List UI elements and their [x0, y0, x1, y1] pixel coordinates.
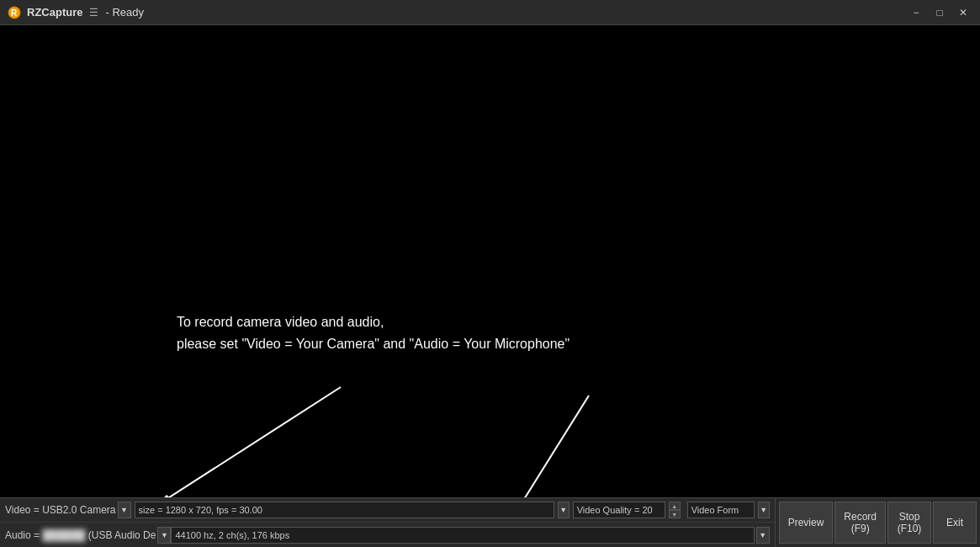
video-size-field[interactable] [135, 502, 554, 518]
action-buttons: Preview Record (F9) Stop (F10) Exit [776, 498, 980, 547]
video-quality-field[interactable] [573, 502, 665, 518]
maximize-button[interactable]: □ [930, 4, 950, 21]
svg-line-4 [522, 396, 589, 497]
menu-icon[interactable]: ☰ [89, 7, 98, 19]
stop-button[interactable]: Stop (F10) [887, 502, 931, 544]
app-name: RZCapture [27, 6, 82, 19]
audio-label: Audio = ██████ (USB Audio De [5, 529, 156, 541]
record-button[interactable]: Record (F9) [834, 502, 886, 544]
preview-button[interactable]: Preview [779, 502, 834, 544]
device-panel: Video = USB2.0 Camera ▼ ▼ ▲ ▼ ▼ Audio = … [0, 498, 776, 547]
bottom-bar: Video = USB2.0 Camera ▼ ▼ ▲ ▼ ▼ Audio = … [0, 497, 980, 547]
arrows-overlay [0, 25, 980, 497]
minimize-button[interactable]: − [906, 4, 926, 21]
quality-up-button[interactable]: ▲ [669, 502, 681, 510]
svg-marker-3 [156, 495, 177, 497]
audio-blurred: ██████ [42, 529, 85, 541]
svg-text:R: R [11, 8, 18, 18]
video-label: Video = USB2.0 Camera [5, 504, 116, 516]
format-dropdown-button[interactable]: ▼ [758, 502, 770, 518]
titlebar: R RZCapture ☰ - Ready − □ ✕ [0, 0, 980, 25]
window-controls: − □ ✕ [906, 4, 973, 21]
svg-line-2 [164, 387, 341, 497]
video-row: Video = USB2.0 Camera ▼ ▼ ▲ ▼ ▼ [0, 498, 775, 523]
controls-row: Video = USB2.0 Camera ▼ ▼ ▲ ▼ ▼ Audio = … [0, 498, 980, 547]
app-icon: R [7, 5, 22, 20]
instruction-line2: please set "Video = Your Camera" and "Au… [177, 333, 569, 355]
instruction-line1: To record camera video and audio, [177, 311, 569, 333]
audio-dropdown-button[interactable]: ▼ [157, 527, 171, 544]
close-button[interactable]: ✕ [953, 4, 973, 21]
instruction-text: To record camera video and audio, please… [177, 311, 569, 354]
audio-info-dropdown-button[interactable]: ▼ [756, 527, 770, 544]
size-dropdown-button[interactable]: ▼ [558, 502, 569, 518]
audio-info: 44100 hz, 2 ch(s), 176 kbps [171, 527, 754, 544]
quality-spinner: ▲ ▼ [669, 502, 681, 518]
preview-area: To record camera video and audio, please… [0, 25, 980, 497]
audio-row: Audio = ██████ (USB Audio De ▼ 44100 hz,… [0, 523, 775, 547]
exit-button[interactable]: Exit [933, 502, 977, 544]
quality-down-button[interactable]: ▼ [669, 510, 681, 518]
title-status: - Ready [105, 6, 906, 19]
video-dropdown-button[interactable]: ▼ [118, 502, 131, 518]
video-format-field[interactable] [687, 502, 755, 518]
